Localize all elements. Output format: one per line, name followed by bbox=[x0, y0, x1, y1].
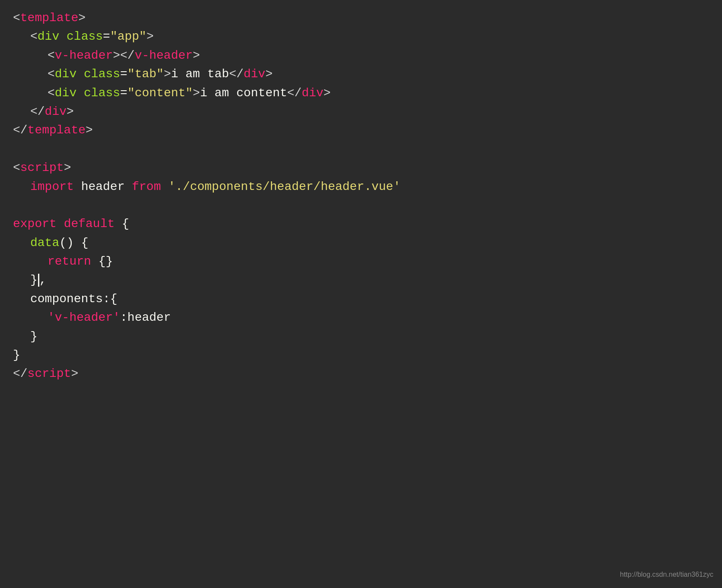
colon: :header bbox=[120, 311, 171, 324]
space bbox=[59, 30, 67, 43]
bracket: </ bbox=[287, 86, 302, 100]
bracket: < bbox=[13, 11, 20, 25]
attr-val-app: "app" bbox=[110, 30, 146, 43]
line-return: return {} bbox=[48, 252, 709, 271]
import-path: './components/header/header.vue' bbox=[168, 180, 401, 193]
bracket: > bbox=[265, 67, 273, 81]
fn-data: data bbox=[30, 236, 59, 250]
space bbox=[76, 86, 84, 100]
bracket: </ bbox=[30, 105, 45, 118]
bracket: ></ bbox=[113, 49, 134, 62]
bracket: > bbox=[164, 67, 171, 81]
equals: = bbox=[120, 67, 127, 81]
line-data: data() { bbox=[30, 234, 709, 252]
attr-class-content: class bbox=[84, 86, 120, 100]
tag-div-end: div bbox=[45, 105, 67, 118]
attr-class-tab: class bbox=[84, 67, 120, 81]
attr-val-tab: "tab" bbox=[127, 67, 164, 81]
bracket: > bbox=[193, 86, 200, 100]
attr-class: class bbox=[67, 30, 103, 43]
line-blank-1 bbox=[13, 140, 709, 158]
line-components: components:{ bbox=[30, 290, 709, 308]
line-div-tab: <div class="tab">i am tab</div> bbox=[48, 65, 709, 83]
import-name: header bbox=[74, 180, 132, 193]
bracket: </ bbox=[229, 67, 244, 81]
tag-template-end: template bbox=[28, 123, 86, 137]
comp-key: 'v-header' bbox=[48, 311, 120, 324]
comma: , bbox=[39, 273, 47, 287]
brace: { bbox=[81, 236, 89, 250]
line-div-app: <div class="app"> bbox=[30, 27, 709, 46]
line-script-open: <script> bbox=[13, 158, 709, 177]
bracket: > bbox=[64, 161, 71, 174]
attr-val-content: "content" bbox=[127, 86, 193, 100]
parens: () bbox=[59, 236, 81, 250]
space bbox=[161, 180, 168, 193]
line-div-content: <div class="content">i am content</div> bbox=[48, 84, 709, 102]
bracket: < bbox=[30, 30, 38, 43]
kw-export: export bbox=[13, 217, 64, 231]
bracket: > bbox=[67, 105, 74, 118]
components-label: components:{ bbox=[30, 292, 118, 306]
line-close-export: } bbox=[13, 346, 709, 364]
bracket: < bbox=[48, 49, 55, 62]
watermark: http://blog.csdn.net/tian361zyc bbox=[620, 569, 713, 580]
empty-obj: {} bbox=[91, 255, 113, 268]
line-template-close: </template> bbox=[13, 121, 709, 139]
brace-close-comp: } bbox=[30, 330, 38, 343]
brace-close-data: } bbox=[30, 273, 38, 287]
bracket: </ bbox=[13, 123, 28, 137]
tag-template: template bbox=[20, 11, 78, 25]
line-template-open: <template> bbox=[13, 9, 709, 27]
bracket: > bbox=[324, 86, 331, 100]
line-import: import header from './components/header/… bbox=[30, 177, 709, 196]
line-export-default: export default { bbox=[13, 215, 709, 233]
brace-open: { bbox=[115, 217, 129, 231]
kw-import: import bbox=[30, 180, 74, 193]
line-script-close: </script> bbox=[13, 364, 709, 383]
brace-close-export: } bbox=[13, 348, 20, 362]
bracket: < bbox=[13, 161, 20, 174]
tag-vheader: v-header bbox=[55, 49, 113, 62]
kw-return: return bbox=[48, 255, 91, 268]
content-text: i am content bbox=[200, 86, 287, 100]
bracket: > bbox=[193, 49, 200, 62]
tag-div-content: div bbox=[55, 86, 76, 100]
bracket: > bbox=[146, 30, 154, 43]
kw-from: from bbox=[132, 180, 161, 193]
code-editor: <template> <div class="app"> <v-header><… bbox=[0, 0, 722, 396]
line-vheader-comp: 'v-header':header bbox=[48, 308, 709, 327]
line-div-close: </div> bbox=[30, 102, 709, 121]
tag-div-close-content: div bbox=[302, 86, 323, 100]
line-blank-2 bbox=[13, 196, 709, 215]
bracket: < bbox=[48, 86, 55, 100]
line-close-components: } bbox=[30, 327, 709, 346]
line-vheader-tag: <v-header></v-header> bbox=[48, 46, 709, 65]
bracket: > bbox=[71, 367, 78, 380]
line-close-data: }, bbox=[30, 271, 709, 289]
tag-div-close-tab: div bbox=[244, 67, 265, 81]
tag-script-end: script bbox=[28, 367, 71, 380]
tag-script: script bbox=[20, 161, 64, 174]
bracket: > bbox=[86, 123, 93, 137]
tab-text: i am tab bbox=[171, 67, 229, 81]
bracket: > bbox=[78, 11, 86, 25]
bracket: </ bbox=[13, 367, 28, 380]
kw-default: default bbox=[64, 217, 115, 231]
tag-div-tab: div bbox=[55, 67, 76, 81]
tag-div: div bbox=[38, 30, 59, 43]
equals: = bbox=[120, 86, 127, 100]
tag-vheader-close: v-header bbox=[135, 49, 193, 62]
equals: = bbox=[103, 30, 110, 43]
bracket: < bbox=[48, 67, 55, 81]
space bbox=[76, 67, 84, 81]
